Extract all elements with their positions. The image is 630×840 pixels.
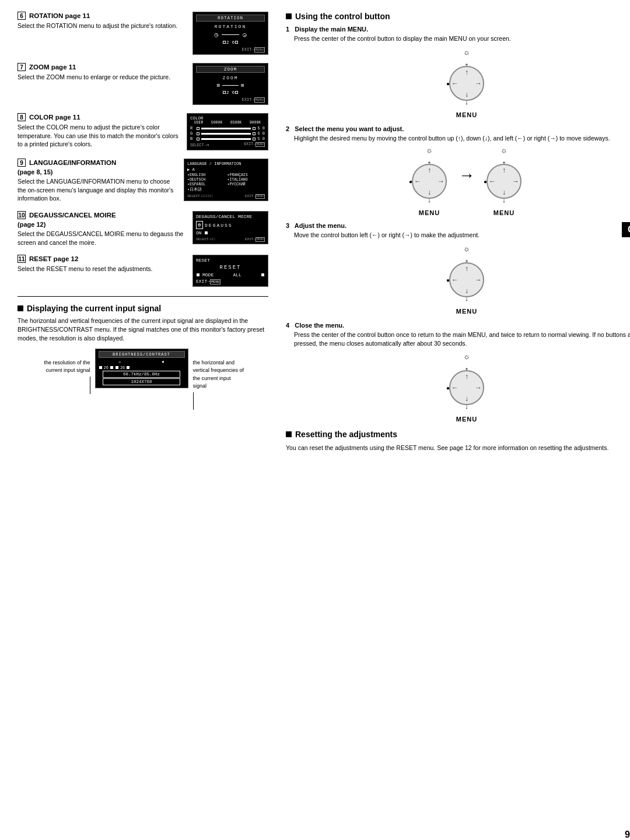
control-knob-2b: ☼ ↑ ● ↑ ↓ ← → ↓ (481, 146, 527, 216)
gb-badge: GB (622, 222, 630, 237)
rotation-text: 6 ROTATION page 11 Select the ROTATION m… (18, 12, 187, 30)
menu-label-4: MENU (456, 416, 477, 423)
black-square-icon (18, 305, 23, 311)
control-knob-3: ☼ ↑ ● ↑ ↓ ← → ↓ (443, 244, 490, 315)
section-language: 9 LANGUAGE/INFORMATION (page 8, 15) Sele… (18, 159, 268, 203)
res-box: 1024X768 (103, 378, 180, 385)
language-text: 9 LANGUAGE/INFORMATION (page 8, 15) Sele… (18, 159, 178, 203)
left-column: 6 ROTATION page 11 Select the ROTATION m… (18, 12, 268, 452)
color-menu-title: COLOR (190, 116, 265, 121)
brightness-screen: BRIGHTNESS/CONTRAST ☼ ● 26 26 (95, 349, 188, 388)
step-2-body: Highlight the desired menu by moving the… (294, 134, 630, 143)
step-4-diagram: ☼ ↑ ● ↑ ↓ ← → ↓ (286, 352, 630, 423)
degauss-num: 10 (18, 211, 26, 219)
displaying-title: Displaying the current input signal (27, 304, 161, 313)
signal-right-label: the horizontal and vertical frequencies … (193, 349, 246, 410)
section-degauss: 10 DEGAUSS/CANCEL MOIRE (page 12) Select… (18, 211, 268, 247)
step-3-body: Move the control button left (←) or righ… (294, 231, 630, 240)
menu-label-3: MENU (456, 308, 477, 315)
signal-left-label: the resolution of the current input sign… (41, 349, 90, 394)
step-3: GB 3 Adjust the menu. Move the control b… (286, 222, 630, 315)
step-1: 1 Display the main MENU. Press the cente… (286, 26, 630, 118)
control-knob-4: ☼ ↑ ● ↑ ↓ ← → ↓ (443, 352, 490, 423)
reset-text: 11 RESET page 12 Select the RESET menu t… (18, 255, 187, 273)
displaying-section: Displaying the current input signal The … (18, 304, 268, 409)
rotation-body: Select the ROTATION menu to adjust the p… (18, 22, 187, 30)
resetting-title: Resetting the adjustments (295, 430, 397, 439)
section-rotation: 6 ROTATION page 11 Select the ROTATION m… (18, 12, 268, 55)
section-color: 8 COLOR page 11 Select the COLOR menu to… (18, 113, 268, 150)
zoom-num: 7 (18, 63, 26, 71)
step-1-body: Press the center of the control button t… (294, 34, 630, 43)
control-knob-1: ☼ ↑ ● ↑ ↓ ← → (443, 48, 490, 118)
zoom-menu-screen: ZOOM ZOOM ⊞ ⊞ 2 6 EXIT→MENU (192, 63, 268, 105)
displaying-header: Displaying the current input signal (18, 304, 268, 313)
menu-label-2a: MENU (419, 209, 440, 216)
reset-num: 11 (18, 255, 26, 263)
rotation-title: 6 ROTATION page 11 (18, 12, 187, 20)
freq-box: 68.7kHz/85.0Hz (103, 371, 180, 378)
step-2-arrow: → (459, 166, 475, 185)
step-3-diagram: ☼ ↑ ● ↑ ↓ ← → ↓ (286, 244, 630, 315)
divider (18, 296, 268, 297)
right-column: Using the control button 1 Display the m… (286, 12, 630, 452)
language-title: 9 LANGUAGE/INFORMATION (18, 159, 178, 167)
language-num: 9 (18, 159, 26, 167)
degauss-menu-title: DEGAUSS/CANCEL MOIRE (196, 214, 265, 219)
using-black-square-icon (286, 13, 292, 19)
step-1-diagram: ☼ ↑ ● ↑ ↓ ← → (286, 48, 630, 118)
zoom-menu-title: ZOOM (196, 66, 265, 73)
step-4-body: Press the center of the control button o… (294, 331, 630, 347)
reset-body: Select the RESET menu to reset the adjus… (18, 265, 187, 273)
signal-line-right (193, 392, 194, 410)
rotation-num: 6 (18, 12, 26, 20)
color-num: 8 (18, 113, 26, 121)
reset-menu-screen: RESET RESET MODE ALL EXIT→MENU (192, 255, 268, 287)
language-menu-screen: LANGUAGE / INFORMATION ▶ A •ENGLISH•FRAN… (184, 159, 268, 201)
displaying-body: The horizontal and vertical frequencies … (18, 317, 268, 342)
color-menu-screen: COLOR USER5000K6500K9000K R 5 0 (187, 113, 268, 150)
step-4-title: 4 Close the menu. (286, 322, 630, 329)
step-2: 2 Select the menu you want to adjust. Hi… (286, 125, 630, 217)
step-3-title: 3 Adjust the menu. (286, 222, 630, 229)
degauss-title: 10 DEGAUSS/CANCEL MOIRE (18, 211, 187, 219)
brightness-screen-wrap: BRIGHTNESS/CONTRAST ☼ ● 26 26 (95, 349, 188, 388)
control-knob-2a: ☼ ↑ ● ↑ ↓ ← → ↓ (406, 146, 453, 216)
language-body: Select the LANGUAGE/INFORMATION menu to … (18, 177, 178, 203)
signal-diagram: the resolution of the current input sign… (18, 349, 268, 410)
degauss-text: 10 DEGAUSS/CANCEL MOIRE (page 12) Select… (18, 211, 187, 247)
step-4: 4 Close the menu. Press the center of th… (286, 322, 630, 423)
language-menu-title: LANGUAGE / INFORMATION (187, 161, 265, 166)
using-control-header: Using the control button (286, 12, 630, 21)
step-2-diagram: ☼ ↑ ● ↑ ↓ ← → ↓ (286, 146, 630, 216)
menu-label-2b: MENU (494, 209, 514, 216)
using-control-section: Using the control button 1 Display the m… (286, 12, 630, 452)
signal-line-left (90, 377, 90, 394)
zoom-body: Select the ZOOM menu to enlarge or reduc… (18, 73, 187, 82)
color-title: 8 COLOR page 11 (18, 113, 181, 121)
section-reset: 11 RESET page 12 Select the RESET menu t… (18, 255, 268, 287)
resetting-header: Resetting the adjustments (286, 430, 630, 439)
degauss-body: Select the DEGAUSS/CANCEL MOIRE menu to … (18, 230, 187, 247)
color-text: 8 COLOR page 11 Select the COLOR menu to… (18, 113, 181, 149)
reset-menu-title: RESET (196, 258, 265, 263)
zoom-text: 7 ZOOM page 11 Select the ZOOM menu to e… (18, 63, 187, 82)
resetting-section: Resetting the adjustments You can reset … (286, 430, 630, 452)
rotation-menu-screen: ROTATION ROTATION ◷ ◶ 2 6 EXIT→MENU (192, 12, 268, 55)
section-zoom: 7 ZOOM page 11 Select the ZOOM menu to e… (18, 63, 268, 105)
using-control-title: Using the control button (295, 12, 390, 21)
resetting-body: You can reset the adjustments using the … (286, 444, 630, 452)
menu-label-1: MENU (456, 111, 477, 118)
degauss-menu-screen: DEGAUSS/CANCEL MOIRE ⊕ DEGAUSS ON SELECT… (192, 211, 268, 244)
page-number: 9 (625, 830, 630, 840)
step-1-title: 1 Display the main MENU. (286, 26, 630, 33)
reset-title: 11 RESET page 12 (18, 255, 187, 263)
step-2-title: 2 Select the menu you want to adjust. (286, 125, 630, 132)
resetting-black-square-icon (286, 431, 292, 437)
zoom-title: 7 ZOOM page 11 (18, 63, 187, 71)
rotation-menu-title: ROTATION (196, 15, 265, 22)
color-body: Select the COLOR menu to adjust the pict… (18, 123, 181, 149)
